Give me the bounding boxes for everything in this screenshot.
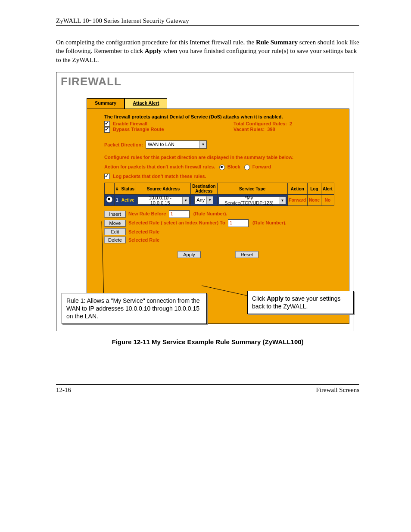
total-rules-label: Total Configured Rules:	[234, 121, 287, 126]
chevron-down-icon: ▼	[199, 141, 206, 148]
callout-apply-a: Click	[252, 295, 267, 302]
rule-table: # Status Source Address Destination Addr…	[104, 183, 334, 206]
cell-number: 1	[115, 195, 120, 206]
lead-paragraph: On completing the configuration procedur…	[56, 38, 359, 64]
source-address-select[interactable]: 10.0.0.10 - 10.0.0.15 ▼	[137, 196, 189, 205]
packet-direction-value: WAN to LAN	[146, 142, 176, 147]
packet-direction-select[interactable]: WAN to LAN ▼	[146, 140, 207, 149]
total-rules-value: 2	[290, 121, 292, 126]
tab-attack-alert[interactable]: Attack Alert	[125, 98, 167, 109]
cell-service: *My Service(TCP/UDP:123)	[219, 195, 279, 205]
cell-action: Forward	[287, 195, 307, 206]
move-rule-number-input[interactable]: 1	[228, 219, 249, 227]
vacant-rules-label: Vacant Rules:	[234, 127, 265, 132]
radio-forward[interactable]	[244, 165, 250, 170]
delete-label: Selected Rule	[128, 237, 332, 243]
vacant-rules-value: 398	[267, 127, 275, 132]
footer-section: Firewall Screens	[316, 386, 359, 394]
figure-caption: Figure 12-11 My Service Example Rule Sum…	[56, 338, 359, 345]
th-source: Source Address	[136, 183, 191, 195]
cell-dest: Any	[195, 197, 206, 202]
tab-summary[interactable]: Summary	[87, 98, 125, 109]
tab-bar: Summary Attack Alert	[87, 98, 167, 109]
lead-b2: Apply	[145, 47, 162, 54]
bypass-triangle-label: Bypass Triangle Route	[113, 127, 164, 132]
lead-b1: Rule Summary	[256, 39, 298, 46]
table-row[interactable]: 1 Active 10.0.0.10 - 10.0.0.15 ▼ Any ▼	[105, 195, 334, 206]
insert-button[interactable]: Insert	[104, 211, 126, 218]
th-log: Log	[308, 183, 321, 195]
th-action: Action	[287, 183, 307, 195]
reset-button[interactable]: Reset	[235, 251, 258, 258]
insert-suffix: (Rule Number).	[193, 211, 227, 216]
insert-label: New Rule Before	[128, 211, 166, 216]
edit-button[interactable]: Edit	[104, 228, 126, 235]
cell-status: Active	[120, 195, 136, 206]
chevron-down-icon: ▼	[279, 197, 285, 204]
radio-block-label: Block	[227, 164, 240, 169]
action-nomatch-label: Action for packets that don't match fire…	[104, 164, 215, 169]
callout-apply-b: Apply	[267, 295, 283, 302]
dest-address-select[interactable]: Any ▼	[194, 196, 213, 204]
bypass-triangle-checkbox[interactable]	[104, 127, 110, 133]
radio-forward-label: Forward	[252, 164, 271, 169]
move-button[interactable]: Move	[104, 220, 126, 227]
chevron-down-icon: ▼	[206, 196, 213, 204]
chevron-down-icon: ▼	[182, 197, 189, 204]
th-dest: Destination Address	[191, 183, 217, 195]
lead-t1: On completing the configuration procedur…	[56, 39, 256, 46]
running-head: ZyWALL 10~100 Series Internet Security G…	[56, 17, 359, 26]
callout-rule1: Rule 1: Allows a "My Service" connection…	[62, 293, 207, 324]
cell-source: 10.0.0.10 - 10.0.0.15	[138, 195, 182, 205]
log-nomatch-label: Log packets that don't match these rules…	[113, 174, 206, 179]
edit-label: Selected Rule	[128, 229, 332, 234]
rule-direction-text: Configured rules for this packet directi…	[104, 155, 332, 160]
move-suffix: (Rule Number).	[252, 220, 286, 225]
radio-block[interactable]	[219, 165, 225, 170]
insert-rule-number-input[interactable]: 1	[169, 210, 190, 218]
callout-apply: Click Apply to save your settings back t…	[247, 291, 354, 314]
intro-text: The firewall protects against Denial of …	[104, 114, 332, 119]
cell-alert: No	[321, 195, 334, 206]
th-status: Status	[120, 183, 136, 195]
packet-direction-label: Packet Direction:	[104, 142, 143, 147]
row-select-radio[interactable]	[106, 196, 113, 203]
move-label: Selected Rule ( select an Index Number) …	[128, 220, 225, 225]
log-nomatch-checkbox[interactable]	[104, 174, 110, 179]
cell-log: None	[308, 195, 321, 206]
th-alert: Alert	[321, 183, 334, 195]
page-number: 12-16	[56, 386, 71, 394]
delete-button[interactable]: Delete	[104, 236, 126, 243]
apply-button[interactable]: Apply	[177, 251, 201, 258]
service-type-select[interactable]: *My Service(TCP/UDP:123) ▼	[219, 196, 286, 205]
th-service: Service Type	[217, 183, 287, 195]
firewall-heading: FIREWALL	[61, 76, 121, 87]
th-number: #	[115, 183, 120, 195]
enable-firewall-label: Enable Firewall	[113, 121, 147, 126]
page-footer: 12-16 Firewall Screens	[56, 384, 359, 394]
firewall-screenshot: FIREWALL Summary Attack Alert The firewa…	[56, 72, 354, 331]
